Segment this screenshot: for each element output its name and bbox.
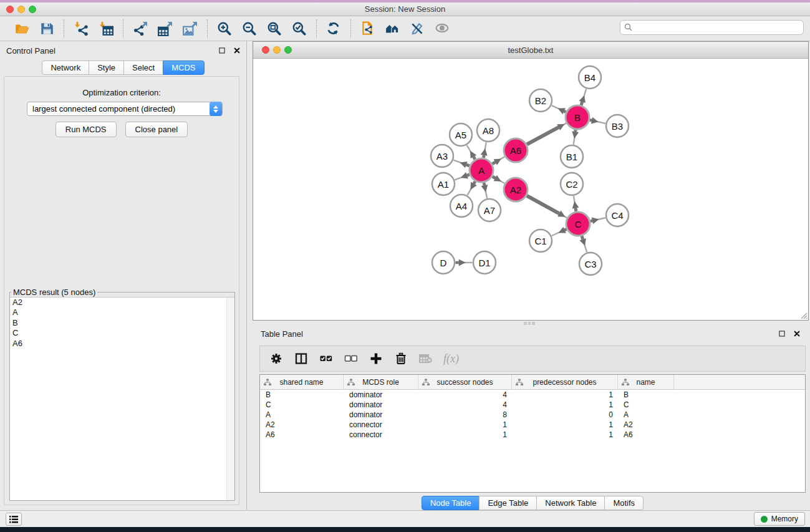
edge-directed-segment[interactable]: [466, 165, 470, 166]
memory-button[interactable]: Memory: [754, 512, 805, 526]
zoom-in-icon[interactable]: [216, 21, 233, 37]
window-resize-grip[interactable]: [799, 311, 808, 319]
table-cell[interactable]: 4: [418, 390, 512, 400]
edge-directed-segment[interactable]: [493, 177, 495, 178]
table-cell[interactable]: 1: [418, 430, 512, 440]
edge-directed-segment[interactable]: [483, 155, 484, 158]
open-file-icon[interactable]: [14, 21, 30, 37]
table-cell[interactable]: connector: [344, 430, 418, 440]
table-row[interactable]: A2connector11A2: [260, 420, 805, 430]
tab-network[interactable]: Network: [42, 60, 89, 75]
column-layout-icon[interactable]: [294, 351, 309, 366]
table-row[interactable]: Bdominator41B: [260, 390, 805, 400]
export-image-icon[interactable]: [182, 21, 198, 37]
import-network-icon[interactable]: [73, 21, 89, 37]
zoom-fit-icon[interactable]: [266, 21, 282, 37]
network-canvas[interactable]: B4B2BB3A8A5A6B1A3AA1C2A2A4A7C4CC1C3DD1: [253, 59, 808, 320]
edge-directed-segment[interactable]: [582, 236, 583, 239]
edge-directed-segment[interactable]: [564, 111, 566, 112]
zoom-out-icon[interactable]: [241, 21, 258, 37]
tab-select[interactable]: Select: [123, 60, 163, 75]
edge-directed-segment[interactable]: [527, 127, 559, 144]
table-cell[interactable]: dominator: [344, 400, 418, 410]
mcds-result-item[interactable]: A2: [10, 297, 234, 307]
edge-directed-segment[interactable]: [473, 157, 475, 159]
refresh-layout-icon[interactable]: [325, 21, 342, 37]
table-row[interactable]: Adominator80A: [260, 410, 805, 420]
table-cell[interactable]: 8: [418, 410, 512, 420]
tab-style[interactable]: Style: [89, 60, 124, 75]
close-table-panel-icon[interactable]: [793, 329, 801, 338]
table-cell[interactable]: dominator: [344, 390, 418, 400]
table-cell[interactable]: A6: [260, 430, 344, 440]
save-session-icon[interactable]: [39, 21, 55, 37]
table-cell[interactable]: 1: [512, 400, 618, 410]
table-row[interactable]: Cdominator41C: [260, 400, 805, 410]
table-cell[interactable]: A: [260, 410, 344, 420]
edge-directed-segment[interactable]: [527, 196, 559, 214]
export-network-icon[interactable]: [132, 21, 148, 37]
close-panel-button[interactable]: Close panel: [125, 122, 188, 137]
table-cell[interactable]: 1: [512, 420, 618, 430]
run-mcds-button[interactable]: Run MCDS: [55, 122, 117, 137]
column-header-predecessor-nodes[interactable]: predecessor nodes: [512, 375, 618, 390]
tab-edge-table[interactable]: Edge Table: [479, 496, 537, 510]
optimization-criterion-dropdown[interactable]: largest connected component (directed): [27, 102, 223, 116]
import-table-icon[interactable]: [98, 21, 114, 37]
table-cell[interactable]: connector: [344, 420, 418, 430]
table-cell[interactable]: 1: [418, 420, 512, 430]
edge-directed-segment[interactable]: [576, 208, 576, 211]
table-cell[interactable]: A: [618, 410, 674, 420]
table-cell[interactable]: A6: [618, 430, 674, 440]
table-cell[interactable]: 1: [512, 390, 618, 400]
column-header-shared-name[interactable]: shared name: [260, 375, 344, 390]
table-cell[interactable]: 1: [512, 430, 618, 440]
mcds-result-item[interactable]: B: [10, 318, 234, 328]
tab-mcds[interactable]: MCDS: [163, 60, 204, 75]
edge-directed-segment[interactable]: [467, 175, 470, 175]
table-settings-gear-icon[interactable]: [269, 351, 284, 366]
edge-directed-segment[interactable]: [565, 229, 567, 230]
mcds-result-item[interactable]: A6: [10, 339, 234, 349]
table-row[interactable]: A6connector11A6: [260, 430, 805, 440]
table-cell[interactable]: A2: [618, 420, 674, 430]
float-table-panel-icon[interactable]: [778, 329, 786, 338]
mcds-result-item[interactable]: A: [10, 307, 234, 317]
edge-directed-segment[interactable]: [581, 102, 582, 105]
split-divider-handle[interactable]: [524, 322, 535, 325]
table-cell[interactable]: 4: [418, 400, 512, 410]
table-cell[interactable]: A2: [260, 420, 344, 430]
delete-table-icon[interactable]: [418, 351, 433, 366]
table-cell[interactable]: 0: [512, 410, 618, 420]
float-panel-icon[interactable]: [218, 46, 226, 55]
add-column-icon[interactable]: [369, 351, 383, 366]
search-input[interactable]: [634, 23, 803, 32]
table-cell[interactable]: B: [618, 390, 674, 400]
column-header-successor-nodes[interactable]: successor nodes: [418, 375, 512, 390]
tab-motifs[interactable]: Motifs: [604, 496, 644, 510]
table-cell[interactable]: C: [260, 400, 344, 410]
select-all-checkboxes-icon[interactable]: [319, 351, 334, 366]
result-list-scrollbar[interactable]: [226, 297, 234, 500]
tab-node-table[interactable]: Node Table: [422, 496, 480, 510]
export-table-icon[interactable]: [157, 21, 173, 37]
zoom-selected-icon[interactable]: [291, 21, 307, 37]
close-panel-icon[interactable]: [233, 46, 241, 55]
column-header-name[interactable]: name: [618, 375, 674, 390]
edge-directed-segment[interactable]: [493, 162, 496, 164]
table-cell[interactable]: C: [618, 400, 674, 410]
tab-network-table[interactable]: Network Table: [536, 496, 605, 510]
open-browser-icon[interactable]: [385, 21, 401, 37]
column-header-mcds-role[interactable]: MCDS role: [344, 375, 418, 390]
network-from-file-icon[interactable]: [360, 21, 376, 37]
hide-graphics-details-icon[interactable]: [410, 21, 426, 37]
table-cell[interactable]: dominator: [344, 410, 418, 420]
edge-directed-segment[interactable]: [591, 221, 592, 221]
table-cell[interactable]: B: [260, 390, 344, 400]
edge-directed-segment[interactable]: [590, 120, 592, 120]
search-box[interactable]: [620, 20, 804, 35]
show-hide-eye-icon[interactable]: [435, 21, 451, 37]
delete-column-trash-icon[interactable]: [393, 351, 408, 366]
edge-directed-segment[interactable]: [474, 181, 475, 184]
show-panels-list-button[interactable]: [6, 513, 22, 526]
